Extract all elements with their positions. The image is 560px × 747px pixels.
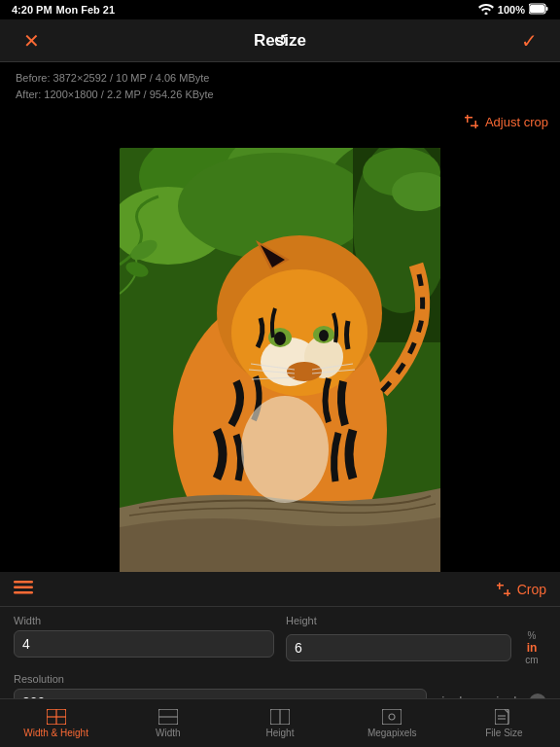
svg-point-24	[274, 332, 286, 345]
adjust-crop-label: Adjust crop	[485, 115, 548, 129]
unit-stack: % in cm	[517, 630, 546, 665]
bottom-panel: Crop Width Height % in cm	[0, 572, 560, 747]
svg-rect-2	[530, 5, 544, 13]
image-container	[0, 133, 560, 610]
tab-file-size[interactable]: File Size	[448, 705, 560, 742]
height-input[interactable]	[286, 634, 511, 661]
svg-point-26	[241, 396, 329, 503]
cm-unit: cm	[525, 655, 538, 665]
tab-file-size-label: File Size	[485, 728, 522, 738]
tiger-svg	[120, 148, 440, 595]
width-height-row: Width Height % in cm	[14, 615, 546, 665]
page-title: Resize	[254, 31, 306, 51]
tab-megapixels-label: Megapixels	[368, 728, 417, 738]
status-bar: 4:20 PM Mon Feb 21 100%	[0, 0, 560, 19]
width-group: Width	[14, 615, 274, 658]
bottom-tabs: Width & Height Width Height Megapixels	[0, 698, 560, 747]
tab-width-label: Width	[156, 728, 181, 738]
svg-rect-40	[14, 591, 33, 594]
menu-button[interactable]	[14, 581, 33, 598]
tab-width[interactable]: Width	[112, 705, 224, 742]
status-right: 100%	[478, 3, 548, 17]
crop-label-right: Crop	[496, 582, 546, 597]
svg-rect-5	[465, 117, 472, 119]
tab-width-height[interactable]: Width & Height	[0, 705, 112, 742]
date-label: Mon Feb 21	[56, 4, 116, 16]
svg-point-53	[389, 714, 395, 720]
crop-header: Crop	[0, 572, 560, 607]
top-toolbar: ✕ ↺ Resize ✓	[0, 19, 560, 62]
megapixels-icon	[382, 709, 402, 725]
tab-height-label: Height	[266, 728, 295, 738]
svg-rect-7	[471, 125, 478, 127]
tab-width-height-label: Width & Height	[23, 728, 88, 738]
svg-rect-4	[467, 115, 469, 123]
close-button[interactable]: ✕	[16, 25, 47, 56]
tiger-image	[120, 148, 440, 595]
height-label: Height	[286, 615, 546, 626]
svg-rect-39	[14, 586, 33, 588]
height-input-row: % in cm	[286, 630, 546, 665]
adjust-crop-button[interactable]: Adjust crop	[464, 114, 548, 129]
width-height-icon	[47, 709, 66, 725]
adjust-crop-bar: Adjust crop	[0, 110, 560, 133]
svg-rect-52	[382, 709, 402, 725]
crop-label: Crop	[517, 582, 546, 597]
info-bar: Before: 3872×2592 / 10 MP / 4.06 MByte A…	[0, 62, 560, 110]
wifi-icon	[478, 3, 494, 17]
file-size-icon	[495, 709, 512, 725]
svg-point-0	[484, 13, 487, 16]
inch-unit-button[interactable]: in	[527, 641, 538, 655]
percent-unit: %	[528, 630, 537, 641]
time-label: 4:20 PM	[12, 4, 52, 16]
battery-icon	[529, 3, 548, 17]
close-icon: ✕	[23, 29, 40, 53]
check-icon: ✓	[521, 29, 538, 53]
resolution-label: Resolution	[14, 673, 546, 685]
svg-rect-44	[504, 592, 510, 594]
status-time: 4:20 PM Mon Feb 21	[12, 4, 115, 16]
width-icon	[158, 709, 178, 725]
after-info: After: 1200×1800 / 2.2 MP / 954.26 KByte	[16, 87, 544, 103]
tab-height[interactable]: Height	[224, 705, 335, 742]
confirm-button[interactable]: ✓	[513, 25, 544, 56]
svg-rect-3	[546, 7, 548, 11]
height-group: Height % in cm	[286, 615, 546, 665]
width-label: Width	[14, 615, 274, 626]
before-info: Before: 3872×2592 / 10 MP / 4.06 MByte	[16, 70, 544, 87]
width-input[interactable]	[14, 630, 274, 658]
height-icon	[270, 709, 290, 725]
crop-icon-right	[496, 582, 511, 597]
svg-rect-6	[474, 121, 476, 128]
svg-point-25	[319, 330, 329, 341]
svg-rect-42	[497, 585, 504, 587]
crop-icon	[464, 114, 479, 129]
svg-rect-38	[14, 581, 33, 584]
battery-label: 100%	[498, 4, 525, 16]
menu-icon	[14, 581, 33, 594]
svg-point-21	[287, 362, 322, 381]
tab-megapixels[interactable]: Megapixels	[336, 705, 448, 742]
